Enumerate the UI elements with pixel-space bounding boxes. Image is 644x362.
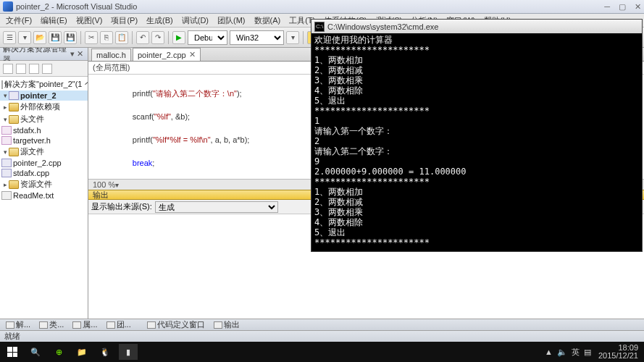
tool-icon[interactable] xyxy=(42,64,52,74)
title-bar: pointer_2 - Microsoft Visual Studio ─ ▢ … xyxy=(0,0,644,14)
task-qq[interactable]: 🐧 xyxy=(96,344,114,360)
start-debug-button[interactable]: ▶ xyxy=(172,31,185,44)
h-file-icon xyxy=(1,136,12,145)
minimize-button[interactable]: ─ xyxy=(604,2,610,12)
folder-open-icon xyxy=(9,115,19,124)
folder-closed-icon xyxy=(9,180,19,189)
menu-view[interactable]: 视图(V) xyxy=(73,15,106,26)
tab-malloc[interactable]: malloc.h xyxy=(91,49,131,61)
tool-icon[interactable] xyxy=(3,64,13,74)
config-select[interactable]: Debug xyxy=(188,30,227,45)
output-source-label: 显示输出来源(S): xyxy=(91,201,152,212)
folder-external[interactable]: ▸外部依赖项 xyxy=(0,101,88,113)
folder-resources[interactable]: ▸资源文件 xyxy=(0,178,88,190)
bottom-tab-codedef[interactable]: 代码定义窗口 xyxy=(144,319,208,330)
save-button[interactable]: 💾 xyxy=(49,31,62,44)
panel-close-icon[interactable]: ✕ xyxy=(77,49,83,59)
menu-build[interactable]: 生成(B) xyxy=(143,15,176,26)
platform-select[interactable]: Win32 xyxy=(230,30,284,45)
panel-pin-icon[interactable]: ▾ xyxy=(70,49,75,59)
file-node[interactable]: stdafx.cpp xyxy=(0,168,88,178)
task-app[interactable]: ⊕ xyxy=(49,344,68,360)
task-cmd[interactable]: ▮ xyxy=(119,344,138,360)
folder-headers[interactable]: ▾头文件 xyxy=(0,113,88,125)
file-node[interactable]: pointer_2.cpp xyxy=(0,158,88,168)
bottom-tab[interactable]: 属... xyxy=(70,319,100,330)
task-explorer[interactable]: 📁 xyxy=(72,344,91,360)
output-btn[interactable] xyxy=(281,201,293,213)
add-button[interactable]: ▾ xyxy=(18,31,31,44)
menu-team[interactable]: 团队(M) xyxy=(214,15,248,26)
bottom-tab[interactable]: 解... xyxy=(3,319,33,330)
tool-icon[interactable] xyxy=(16,64,26,74)
tab-icon xyxy=(6,321,14,329)
folder-closed-icon xyxy=(9,103,19,111)
copy-button[interactable]: ⎘ xyxy=(100,31,113,44)
bottom-tab[interactable]: 团... xyxy=(104,319,134,330)
console-window: C:\ C:\Windows\system32\cmd.exe 欢迎使用我的计算… xyxy=(311,19,643,252)
tray-ime-icon[interactable]: 英 xyxy=(572,347,580,358)
tab-icon xyxy=(39,321,48,329)
undo-button[interactable]: ↶ xyxy=(136,31,149,44)
menu-edit[interactable]: 编辑(E) xyxy=(38,15,70,26)
file-readme[interactable]: ReadMe.txt xyxy=(0,190,88,201)
console-title-bar[interactable]: C:\ C:\Windows\system32\cmd.exe xyxy=(311,20,642,33)
h-file-icon xyxy=(1,126,12,135)
folder-open-icon xyxy=(9,148,19,156)
taskbar-clock[interactable]: 18:092015/12/21 xyxy=(595,344,641,360)
search-button[interactable]: 🔍 xyxy=(26,344,45,360)
tab-icon xyxy=(147,321,156,329)
start-button[interactable] xyxy=(3,344,22,360)
tray-expand-icon[interactable]: ▲ xyxy=(545,348,553,356)
file-node[interactable]: targetver.h xyxy=(0,135,88,146)
project-node[interactable]: ▾pointer_2 xyxy=(0,90,88,101)
status-text: 就绪 xyxy=(4,331,20,342)
tray-volume-icon[interactable]: 🔈 xyxy=(557,348,567,357)
tab-icon xyxy=(72,321,81,329)
folder-source[interactable]: ▾源文件 xyxy=(0,146,88,158)
tool-icon[interactable] xyxy=(29,64,39,74)
menu-project[interactable]: 项目(P) xyxy=(108,15,141,26)
tab-icon xyxy=(106,321,115,329)
open-button[interactable]: 📂 xyxy=(33,31,46,44)
tab-icon xyxy=(214,321,222,329)
tab-close-icon[interactable]: ✕ xyxy=(189,50,196,59)
cmd-icon: C:\ xyxy=(314,22,325,32)
bottom-tab[interactable]: 类... xyxy=(36,319,67,330)
status-bar: 就绪 xyxy=(0,330,644,342)
solution-icon xyxy=(1,80,3,89)
output-source-select[interactable]: 生成 xyxy=(155,201,278,213)
cut-button[interactable]: ✂ xyxy=(85,31,98,44)
maximize-button[interactable]: ▢ xyxy=(619,2,626,12)
vs-logo-icon xyxy=(3,1,13,12)
bottom-tabs: 解... 类... 属... 团... 代码定义窗口 输出 xyxy=(0,319,644,330)
output-btn[interactable] xyxy=(296,201,307,213)
find-button[interactable]: ▾ xyxy=(286,31,299,44)
menu-data[interactable]: 数据(A) xyxy=(251,15,284,26)
close-button[interactable]: ✕ xyxy=(635,2,641,12)
cpp-file-icon xyxy=(1,169,12,177)
console-body[interactable]: 欢迎使用我的计算器 ********************** 1、两数相加 … xyxy=(311,33,642,251)
solution-tree: 解决方案"pointer_2"(1 个项目) ▾pointer_2 ▸外部依赖项… xyxy=(0,77,88,319)
menu-file[interactable]: 文件(F) xyxy=(3,15,35,26)
solution-explorer: 解决方案资源管理器 ▾✕ 解决方案"pointer_2"(1 个项目) ▾poi… xyxy=(0,48,88,319)
window-title: pointer_2 - Microsoft Visual Studio xyxy=(16,2,137,11)
paste-button[interactable]: 📋 xyxy=(115,31,128,44)
new-button[interactable]: ☰ xyxy=(3,31,16,44)
project-icon xyxy=(9,91,19,100)
tab-pointer2[interactable]: pointer_2.cpp✕ xyxy=(133,48,201,61)
file-node[interactable]: stdafx.h xyxy=(0,125,88,135)
taskbar: 🔍 ⊕ 📁 🐧 ▮ ▲ 🔈 英 ▤ 18:092015/12/21 xyxy=(0,342,644,362)
cpp-file-icon xyxy=(1,159,12,167)
bottom-tab-output[interactable]: 输出 xyxy=(211,319,243,330)
menu-debug[interactable]: 调试(D) xyxy=(179,15,212,26)
tray-notify-icon[interactable]: ▤ xyxy=(584,348,591,357)
redo-button[interactable]: ↷ xyxy=(151,31,164,44)
solution-node[interactable]: 解决方案"pointer_2"(1 个项目) xyxy=(0,78,88,90)
save-all-button[interactable]: 💾 xyxy=(64,31,77,44)
txt-file-icon xyxy=(1,191,12,200)
